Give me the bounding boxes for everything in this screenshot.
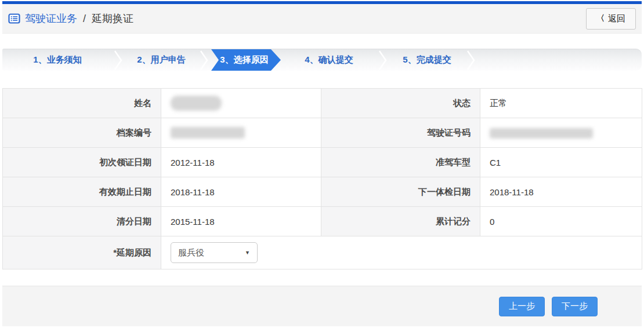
- field-value: 正常: [480, 89, 642, 118]
- page-title-primary: 驾驶证业务: [25, 12, 77, 25]
- redacted-file-number-value: [171, 127, 245, 139]
- field-value: 2018-11-18: [480, 177, 642, 207]
- step-2-user-declaration[interactable]: 2、用户申告: [124, 49, 198, 71]
- field-label: 准驾车型: [321, 148, 480, 177]
- step-1-business-notice[interactable]: 1、业务须知: [2, 49, 113, 71]
- field-label: 清分日期: [3, 207, 161, 236]
- breadcrumb: 驾驶证业务 / 延期换证: [8, 12, 133, 25]
- next-step-button[interactable]: 下一步: [552, 297, 598, 316]
- spacer: [2, 34, 642, 49]
- spacer: [2, 269, 642, 286]
- back-button-label: 返回: [608, 13, 625, 24]
- field-label: 累计记分: [321, 207, 480, 236]
- field-value: [161, 118, 321, 148]
- step-5-complete-submit[interactable]: 5、完成提交: [389, 49, 465, 71]
- field-label: 有效期止日期: [3, 177, 161, 207]
- extension-reason-label: *延期原因: [3, 236, 161, 269]
- step-separator-icon: [198, 49, 210, 71]
- page: 驾驶证业务 / 延期换证 〈 返回 1、业务须知 2、用户申告 3、选择原因 4…: [2, 1, 642, 326]
- title-separator: /: [83, 13, 86, 25]
- selected-option-label: 服兵役: [178, 247, 204, 258]
- caret-down-icon: ▼: [245, 250, 250, 256]
- field-value: 2012-11-18: [161, 148, 321, 177]
- table-row: 初次领证日期 2012-11-18 准驾车型 C1: [3, 148, 642, 177]
- redacted-license-number-value: [490, 128, 593, 139]
- footer-bar: 上一步 下一步: [2, 286, 642, 326]
- field-value: 2018-11-18: [161, 177, 321, 207]
- table-row: *延期原因 服兵役 ▼: [3, 236, 642, 269]
- field-label: 档案编号: [3, 118, 161, 148]
- field-label: 下一体检日期: [321, 177, 480, 207]
- field-label: 初次领证日期: [3, 148, 161, 177]
- back-button[interactable]: 〈 返回: [586, 8, 636, 30]
- spacer: [2, 71, 642, 88]
- field-value: 2015-11-18: [161, 207, 321, 236]
- table-row: 有效期止日期 2018-11-18 下一体检日期 2018-11-18: [3, 177, 642, 207]
- step-wizard: 1、业务须知 2、用户申告 3、选择原因 4、确认提交 5、完成提交: [2, 49, 642, 71]
- chevron-left-icon: 〈: [596, 13, 605, 24]
- field-value: [161, 89, 321, 118]
- field-value: [480, 118, 642, 148]
- prev-step-button[interactable]: 上一步: [499, 297, 545, 316]
- step-3-select-reason[interactable]: 3、选择原因: [211, 49, 281, 71]
- redacted-name-value: [171, 96, 222, 111]
- table-row: 清分日期 2015-11-18 累计记分 0: [3, 207, 642, 236]
- step-separator-icon: [113, 49, 124, 71]
- field-value: 0: [480, 207, 642, 236]
- license-info-table: 姓名 状态 正常 档案编号 驾驶证号码 初次领证日期 2012-11-18 准驾…: [2, 88, 642, 269]
- step-separator-icon: [465, 49, 477, 71]
- table-row: 档案编号 驾驶证号码: [3, 118, 642, 148]
- page-header: 驾驶证业务 / 延期换证 〈 返回: [2, 4, 642, 34]
- list-form-icon: [8, 13, 20, 24]
- step-bar-filler: [477, 49, 642, 71]
- field-label: 状态: [321, 89, 480, 118]
- field-value: C1: [480, 148, 642, 177]
- page-title-secondary: 延期换证: [92, 12, 133, 25]
- step-separator-icon: [377, 49, 389, 71]
- table-row: 姓名 状态 正常: [3, 89, 642, 118]
- extension-reason-select[interactable]: 服兵役 ▼: [171, 242, 258, 263]
- field-value: 服兵役 ▼: [161, 236, 642, 269]
- field-label: 姓名: [3, 89, 161, 118]
- step-4-confirm-submit[interactable]: 4、确认提交: [281, 49, 377, 71]
- field-label: 驾驶证号码: [321, 118, 480, 148]
